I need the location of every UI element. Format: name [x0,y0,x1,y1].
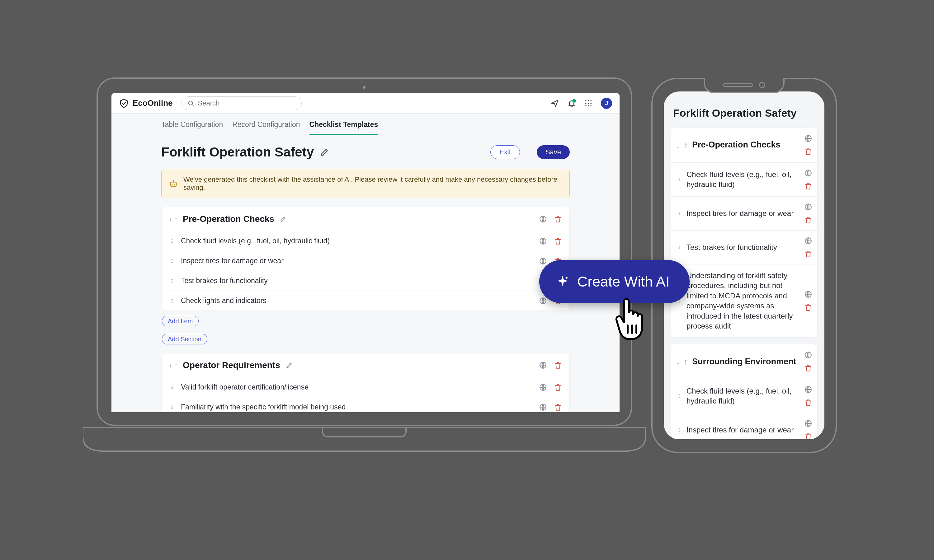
bot-icon [169,179,178,188]
delete-section-button[interactable] [804,148,812,155]
globe-icon[interactable] [804,290,812,298]
delete-section-button[interactable] [804,364,812,372]
checklist-item[interactable]: Inspect tires for damage or wear [162,251,569,271]
globe-icon[interactable] [539,361,547,369]
checklist-item[interactable]: Inspect tires for damage or wear [671,196,817,230]
section-operator-requirements: ↓ ↑ Operator Requirements [161,353,570,412]
checklist-item[interactable]: Understanding of forklift safety procedu… [671,264,817,337]
delete-item-button[interactable] [804,182,812,190]
drag-icon[interactable] [676,245,681,250]
checklist-item[interactable]: Valid forklift operator certification/li… [162,377,569,397]
config-tabs: Table Configuration Record Configuration… [111,114,620,135]
section-pre-operation-checks: ↓ ↑ Pre-Operation Checks [161,207,570,311]
delete-section-button[interactable] [554,215,562,223]
globe-icon[interactable] [804,385,812,394]
checklist-item[interactable]: Check fluid levels (e.g., fuel, oil, hyd… [671,162,817,196]
move-up-button[interactable]: ↑ [175,362,177,368]
checklist-item[interactable]: Test brakes for functionality [162,271,569,291]
checklist-item[interactable]: Test brakes for functionality [671,230,817,264]
search-icon [187,100,194,107]
mobile-section-pre-operation-checks: ↓ ↑ Pre-Operation Checks Check fluid lev… [670,127,818,338]
ai-notice-banner: We've generated this checklist with the … [161,169,570,198]
apps-menu-button[interactable] [584,99,593,108]
move-down-button[interactable]: ↓ [676,140,680,150]
drag-icon[interactable] [169,258,175,264]
delete-item-button[interactable] [554,403,562,411]
add-section-button[interactable]: Add Section [162,334,207,345]
drag-icon[interactable] [676,211,681,216]
move-up-button[interactable]: ↑ [684,357,688,366]
globe-icon[interactable] [539,215,547,223]
checklist-item[interactable]: Familiarity with the specific forklift m… [162,397,569,412]
brand-name: EcoOnline [133,98,173,108]
globe-icon[interactable] [804,351,812,359]
edit-section-button[interactable] [286,362,293,369]
globe-icon[interactable] [539,297,547,305]
drag-icon[interactable] [676,393,681,399]
tab-checklist-templates[interactable]: Checklist Templates [310,120,378,135]
desktop-app: EcoOnline J Table C [111,93,620,412]
move-down-button[interactable]: ↓ [169,216,171,222]
drag-icon[interactable] [169,405,175,410]
move-down-button[interactable]: ↓ [169,362,171,368]
section-title: Pre-Operation Checks [183,214,274,224]
drag-icon[interactable] [169,238,175,244]
delete-item-button[interactable] [804,250,812,258]
drag-icon[interactable] [169,385,175,390]
ai-notice-text: We've generated this checklist with the … [183,175,562,192]
edit-title-button[interactable] [320,148,329,157]
move-up-button[interactable]: ↑ [175,216,177,222]
globe-icon[interactable] [539,383,547,391]
drag-icon[interactable] [169,278,175,284]
add-item-button[interactable]: Add Item [162,316,199,326]
drag-icon[interactable] [676,177,681,182]
page-title: Forklift Operation Safety [161,145,314,160]
section-reorder: ↓ ↑ [169,362,177,368]
delete-item-button[interactable] [804,216,812,224]
tab-table-configuration[interactable]: Table Configuration [161,120,223,135]
delete-item-button[interactable] [554,237,562,245]
section-title: Surrounding Environment [692,356,800,367]
checklist-item[interactable]: Check fluid levels (e.g., fuel, oil, hyd… [671,379,817,413]
globe-icon[interactable] [539,237,547,245]
globe-icon[interactable] [539,403,547,411]
checklist-item[interactable]: Check fluid levels (e.g., fuel, oil, hyd… [162,231,569,251]
edit-section-button[interactable] [280,215,287,222]
section-title: Operator Requirements [183,360,280,370]
laptop-base [83,427,646,452]
sparkle-icon [555,274,570,289]
notifications-button[interactable] [567,99,576,108]
exit-button[interactable]: Exit [490,145,520,159]
delete-item-button[interactable] [804,432,812,439]
mobile-page-title: Forklift Operation Safety [670,101,818,127]
delete-item-button[interactable] [804,303,812,311]
globe-icon[interactable] [804,419,812,428]
mobile-section-surrounding-environment: ↓ ↑ Surrounding Environment Check fluid … [670,344,818,439]
globe-icon[interactable] [539,257,547,265]
move-down-button[interactable]: ↓ [676,357,680,366]
checklist-item[interactable]: Check lights and indicators [162,291,569,311]
drag-icon[interactable] [676,427,681,433]
delete-item-button[interactable] [554,383,562,391]
globe-icon[interactable] [804,134,812,143]
quick-actions-button[interactable] [550,99,559,108]
mobile-app: Forklift Operation Safety ↓ ↑ Pre-Operat… [664,91,825,439]
delete-item-button[interactable] [804,398,812,407]
topbar: EcoOnline J [111,93,620,114]
search-field[interactable] [198,99,296,107]
checklist-item[interactable]: Inspect tires for damage or wear [671,413,817,439]
globe-icon[interactable] [804,203,812,211]
search-input[interactable] [182,97,302,110]
globe-icon[interactable] [804,169,812,177]
save-button[interactable]: Save [537,145,570,159]
avatar[interactable]: J [601,98,612,109]
pointer-cursor-icon [614,295,654,342]
globe-icon[interactable] [804,237,812,245]
tab-record-configuration[interactable]: Record Configuration [232,120,300,135]
brand-logo: EcoOnline [119,98,173,108]
drag-icon[interactable] [169,298,175,304]
delete-section-button[interactable] [554,361,562,369]
section-reorder: ↓ ↑ [169,216,177,222]
move-up-button[interactable]: ↑ [684,140,688,150]
section-title: Pre-Operation Checks [692,139,800,150]
